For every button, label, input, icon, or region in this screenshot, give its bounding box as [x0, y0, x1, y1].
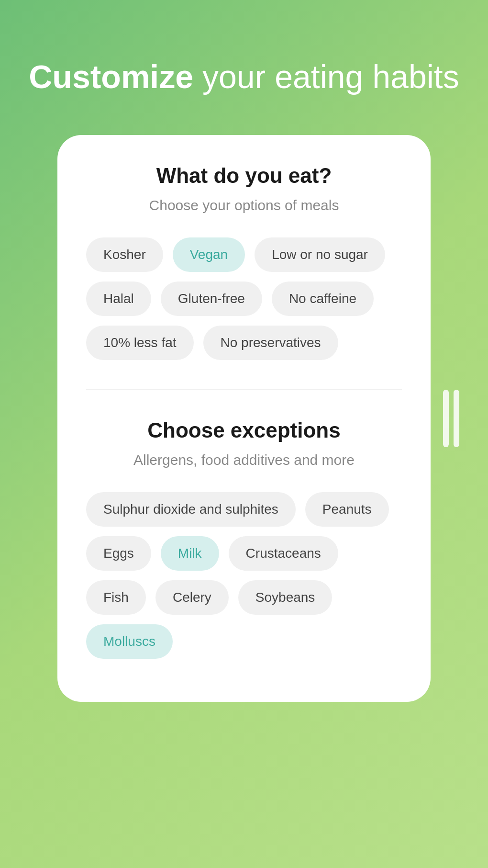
header-title-bold: Customize: [29, 58, 193, 95]
main-card: What do you eat? Choose your options of …: [57, 135, 431, 702]
eating-section: What do you eat? Choose your options of …: [86, 164, 402, 360]
exceptions-section: Choose exceptions Allergens, food additi…: [86, 418, 402, 659]
eating-chip-2[interactable]: Low or no sugar: [255, 237, 385, 272]
eating-chip-4[interactable]: Gluten-free: [161, 282, 262, 316]
section-divider: [86, 389, 402, 390]
exceptions-chip-7[interactable]: Soybeans: [238, 580, 333, 615]
eating-section-subtitle: Choose your options of meals: [86, 197, 402, 214]
eating-chip-6[interactable]: 10% less fat: [86, 326, 194, 360]
exceptions-section-subtitle: Allergens, food additives and more: [86, 452, 402, 468]
scrollbar-bar-1: [443, 390, 449, 447]
scrollbar-indicator: [443, 390, 459, 447]
exceptions-chip-8[interactable]: Molluscs: [86, 624, 173, 659]
eating-section-title: What do you eat?: [86, 164, 402, 188]
exceptions-chip-1[interactable]: Peanuts: [305, 492, 389, 527]
exceptions-chip-2[interactable]: Eggs: [86, 536, 151, 571]
exceptions-chip-0[interactable]: Sulphur dioxide and sulphites: [86, 492, 296, 527]
exceptions-chip-6[interactable]: Celery: [155, 580, 229, 615]
page-header: Customize your eating habits: [0, 0, 488, 135]
header-title-rest: your eating habits: [193, 58, 459, 95]
eating-chip-5[interactable]: No caffeine: [272, 282, 374, 316]
scrollbar-bar-2: [454, 390, 459, 447]
exceptions-chip-3[interactable]: Milk: [161, 536, 219, 571]
eating-chip-0[interactable]: Kosher: [86, 237, 163, 272]
eating-chip-1[interactable]: Vegan: [173, 237, 245, 272]
exceptions-chips-container: Sulphur dioxide and sulphitesPeanutsEggs…: [86, 492, 402, 659]
exceptions-section-title: Choose exceptions: [86, 418, 402, 442]
exceptions-chip-5[interactable]: Fish: [86, 580, 146, 615]
exceptions-chip-4[interactable]: Crustaceans: [229, 536, 338, 571]
eating-chip-7[interactable]: No preservatives: [203, 326, 338, 360]
eating-chip-3[interactable]: Halal: [86, 282, 151, 316]
eating-chips-container: KosherVeganLow or no sugarHalalGluten-fr…: [86, 237, 402, 360]
